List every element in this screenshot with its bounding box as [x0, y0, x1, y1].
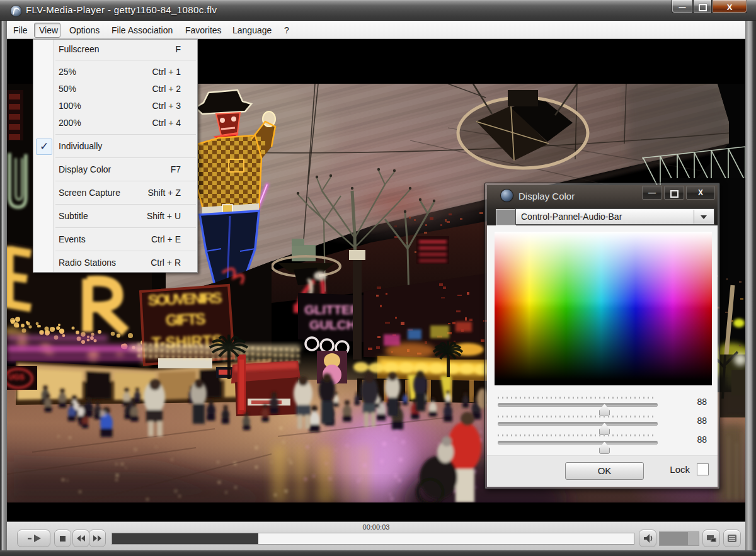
svg-text:GULCH: GULCH: [309, 317, 356, 332]
svg-text:SOUVENIRS: SOUVENIRS: [147, 289, 222, 309]
svg-text:GLITTER: GLITTER: [304, 302, 360, 317]
svg-text:UGS: UGS: [8, 373, 25, 382]
svg-text:20: 20: [100, 411, 107, 417]
svg-text:GIFTS: GIFTS: [165, 310, 206, 329]
